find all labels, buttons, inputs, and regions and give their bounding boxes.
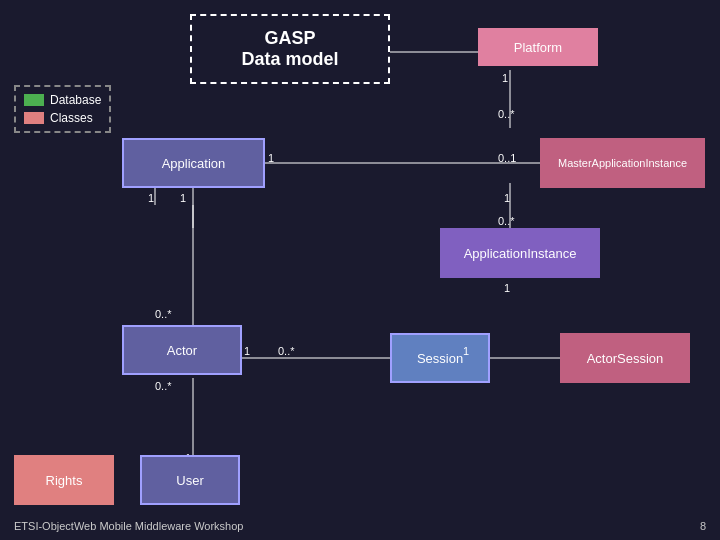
database-label: Database: [50, 93, 101, 107]
classes-label: Classes: [50, 111, 93, 125]
diagram-container: GASP Data model Platform Database Classe…: [0, 0, 720, 540]
legend-database: Database: [24, 93, 101, 107]
session-label: Session: [417, 351, 463, 366]
label-zero-star1: 0..*: [498, 108, 515, 120]
actor-session-label: ActorSession: [587, 351, 664, 366]
session-box: Session: [390, 333, 490, 383]
application-box: Application: [122, 138, 265, 188]
actor-label: Actor: [167, 343, 197, 358]
label-app-1: 1: [268, 152, 274, 164]
label-app-down-1b: 1: [180, 192, 186, 204]
label-session-1: 1: [463, 345, 469, 357]
platform-label: Platform: [514, 40, 562, 55]
application-label: Application: [162, 156, 226, 171]
title-text: GASP Data model: [241, 28, 338, 70]
label-zero-star5: 0..*: [155, 380, 172, 392]
app-instance-box: ApplicationInstance: [440, 228, 600, 278]
label-app-down-1a: 1: [148, 192, 154, 204]
label-actor-session-1: 1: [244, 345, 250, 357]
master-app-instance-label: MasterApplicationInstance: [558, 157, 687, 169]
legend: Database Classes: [14, 85, 111, 133]
label-zero-star2: 0..*: [498, 215, 515, 227]
rights-box: Rights: [14, 455, 114, 505]
legend-classes: Classes: [24, 111, 101, 125]
user-label: User: [176, 473, 203, 488]
footer-page: 8: [700, 520, 706, 532]
label-appinst-1: 1: [504, 282, 510, 294]
database-swatch: [24, 94, 44, 106]
master-app-instance-box: MasterApplicationInstance: [540, 138, 705, 188]
label-master-down-1: 1: [504, 192, 510, 204]
classes-swatch: [24, 112, 44, 124]
rights-label: Rights: [46, 473, 83, 488]
title-box: GASP Data model: [190, 14, 390, 84]
label-zero-star4: 0..*: [278, 345, 295, 357]
app-instance-label: ApplicationInstance: [464, 246, 577, 261]
actor-box: Actor: [122, 325, 242, 375]
user-box: User: [140, 455, 240, 505]
actor-session-box: ActorSession: [560, 333, 690, 383]
label-zero-star3: 0..*: [155, 308, 172, 320]
label-platform-1: 1: [502, 72, 508, 84]
footer-text: ETSI-ObjectWeb Mobile Middleware Worksho…: [14, 520, 243, 532]
platform-box: Platform: [478, 28, 598, 66]
label-zero-dot1: 0..1: [498, 152, 516, 164]
